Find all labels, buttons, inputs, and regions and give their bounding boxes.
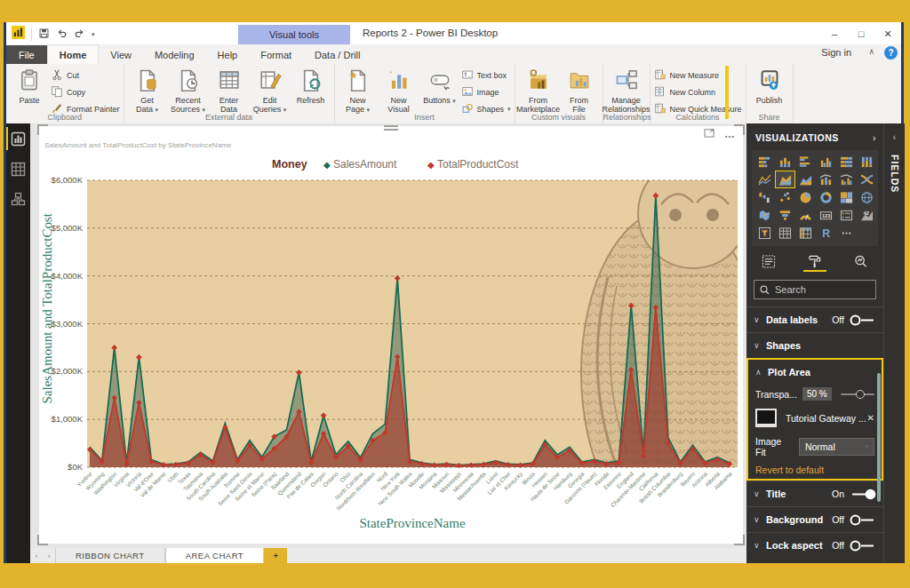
fields-tab[interactable] [757, 252, 780, 270]
format-search-box[interactable]: Search [754, 280, 876, 299]
menu-modeling[interactable]: Modeling [143, 45, 206, 65]
remove-image-icon[interactable]: ✕ [867, 413, 874, 423]
help-icon[interactable]: ? [884, 46, 898, 60]
redo-icon[interactable] [74, 27, 85, 43]
undo-icon[interactable] [56, 27, 68, 43]
save-icon[interactable] [38, 27, 50, 43]
treemap-icon[interactable] [837, 189, 856, 205]
stacked-bar-chart-icon[interactable] [755, 154, 774, 170]
nav-report-view[interactable] [6, 123, 30, 154]
section-data-labels[interactable]: ∨ Data labels Off [746, 306, 883, 332]
page-tab-ribbon-chart[interactable]: RIBBON CHART [55, 548, 165, 563]
toggle-off[interactable] [850, 314, 876, 326]
from-marketplace-button[interactable]: FromMarketplace [519, 67, 558, 111]
selection-handle[interactable] [37, 124, 48, 135]
format-tab[interactable] [803, 252, 826, 272]
100-stacked-bar-chart-icon[interactable] [837, 154, 856, 170]
section-background[interactable]: ∨ Background Off [746, 506, 883, 532]
transparency-slider[interactable] [841, 393, 874, 395]
sign-in-link[interactable]: Sign in [821, 47, 851, 58]
collapse-ribbon-icon[interactable]: ∧ [868, 47, 874, 56]
kpi-icon[interactable]: 42 [858, 207, 876, 223]
paste-button[interactable]: Paste [10, 67, 49, 111]
quick-access-caret-icon[interactable]: ▾ [92, 31, 95, 38]
slicer-icon[interactable] [755, 225, 774, 241]
visual-tools-contextual-tab[interactable]: Visual tools [238, 25, 350, 44]
line-and-clustered-column-chart-icon[interactable] [837, 171, 856, 187]
funnel-icon[interactable] [776, 207, 794, 223]
chevron-down-icon[interactable]: ∨ [754, 341, 766, 350]
chevron-up-icon[interactable]: ∧ [755, 368, 768, 377]
filled-map-icon[interactable] [755, 207, 774, 223]
map-icon[interactable] [858, 189, 876, 205]
menu-file[interactable]: File [6, 45, 47, 65]
from-file-button[interactable]: FromFile [560, 67, 599, 111]
refresh-button[interactable]: Refresh [291, 67, 331, 111]
line-and-stacked-column-chart-icon[interactable] [817, 171, 835, 187]
close-button[interactable]: ✕ [874, 24, 901, 44]
toggle-on[interactable] [850, 489, 876, 500]
enter-data-button[interactable]: EnterData [210, 67, 249, 111]
section-lock-aspect[interactable]: ∨ Lock aspect Off [746, 532, 883, 558]
stacked-column-chart-icon[interactable] [776, 154, 794, 170]
copy-button[interactable]: Copy [51, 85, 120, 99]
more-options-icon[interactable] [837, 225, 856, 241]
clustered-column-chart-icon[interactable] [817, 154, 835, 170]
revert-to-default-link[interactable]: Revert to default [748, 460, 882, 479]
line-chart-icon[interactable] [755, 171, 774, 187]
section-title[interactable]: ∨ Title On [746, 481, 883, 506]
slider-thumb[interactable] [856, 390, 865, 399]
table-icon[interactable] [776, 225, 794, 241]
ribbon-chart-icon[interactable] [858, 171, 876, 187]
menu-help[interactable]: Help [206, 45, 250, 65]
panel-scrollbar[interactable] [877, 373, 881, 502]
r-script-visual-icon[interactable]: R [817, 225, 835, 241]
100-stacked-column-chart-icon[interactable] [858, 154, 876, 170]
toggle-off[interactable] [850, 540, 876, 552]
pie-chart-icon[interactable] [796, 189, 815, 205]
new-page-button[interactable]: NewPage ▾ [339, 67, 378, 111]
card-icon[interactable]: 123 [817, 207, 835, 223]
plot-area-section-header[interactable]: ∧ Plot Area [748, 360, 882, 385]
legend-label-totalproductcost[interactable]: TotalProductCost [437, 158, 519, 171]
minimize-button[interactable]: – [821, 24, 848, 44]
chevron-down-icon[interactable]: ∨ [754, 541, 766, 550]
visual-drag-handle[interactable] [384, 125, 398, 131]
chevron-down-icon[interactable]: ∨ [754, 489, 766, 498]
page-prev-arrow[interactable]: ‹ [30, 548, 43, 563]
area-chart-visual[interactable]: SalesAmount and TotalProductCost by Stat… [39, 135, 743, 536]
chevron-down-icon[interactable]: ∨ [754, 315, 766, 324]
panel-expand-icon[interactable]: › [873, 132, 876, 143]
section-shapes[interactable]: ∨ Shapes [746, 332, 883, 358]
matrix-icon[interactable] [796, 225, 815, 241]
toggle-off[interactable] [850, 514, 876, 526]
multi-row-card-icon[interactable] [837, 207, 856, 223]
maximize-button[interactable]: □ [848, 24, 874, 44]
analytics-tab[interactable] [850, 252, 873, 270]
clustered-bar-chart-icon[interactable] [796, 154, 815, 170]
manage-relationships-button[interactable]: ManageRelationships [607, 67, 646, 111]
gauge-icon[interactable] [796, 207, 815, 223]
recent-sources-button[interactable]: RecentSources ▾ [169, 67, 208, 111]
add-page-button[interactable]: + [264, 548, 287, 563]
page-next-arrow[interactable]: › [43, 548, 55, 563]
nav-data-view[interactable] [6, 154, 30, 184]
page-tab-area-chart[interactable]: AREA CHART [165, 548, 265, 563]
nav-model-view[interactable] [6, 184, 30, 214]
publish-button[interactable]: Publish [750, 67, 789, 111]
chevron-down-icon[interactable]: ∨ [754, 515, 766, 524]
new-visual-button[interactable]: NewVisual [379, 67, 419, 111]
text-box-button[interactable]: Text box [461, 68, 511, 83]
waterfall-chart-icon[interactable] [755, 189, 774, 205]
scatter-chart-icon[interactable] [776, 189, 794, 205]
fields-expand-icon[interactable]: ‹ [884, 123, 905, 142]
legend-label-salesamount[interactable]: SalesAmount [333, 158, 397, 171]
image-fit-dropdown[interactable]: Normal ▾ [799, 438, 874, 456]
report-page[interactable]: … SalesAmount and TotalProductCost by St… [39, 126, 743, 544]
fields-panel-collapsed[interactable]: ‹ FIELDS [883, 123, 905, 563]
edit-queries-button[interactable]: EditQueries ▾ [251, 67, 290, 111]
menu-contextual-1[interactable]: Data / Drill [303, 45, 371, 65]
get-data-button[interactable]: GetData ▾ [128, 67, 167, 111]
image-button[interactable]: Image [461, 85, 511, 99]
background-image-thumbnail[interactable] [755, 409, 777, 427]
